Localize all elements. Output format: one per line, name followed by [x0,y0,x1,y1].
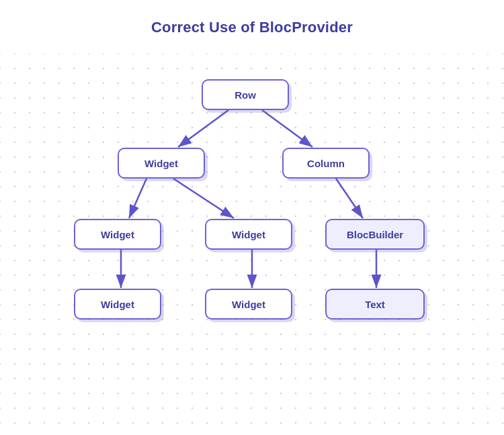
page-title: Correct Use of BlocProvider [0,19,504,36]
node-widget-lll: Widget [74,289,161,320]
node-column: Column [282,148,370,179]
node-widget-lr: Widget [205,219,292,250]
node-row: Row [202,79,289,110]
node-widget-left: Widget [118,148,205,179]
node-blocbuilder: BlocBuilder [325,219,425,250]
node-text: Text [325,289,425,320]
node-widget-lrl: Widget [205,289,292,320]
node-widget-ll: Widget [74,219,161,250]
page: Correct Use of BlocProvider Row Widget [0,0,504,435]
